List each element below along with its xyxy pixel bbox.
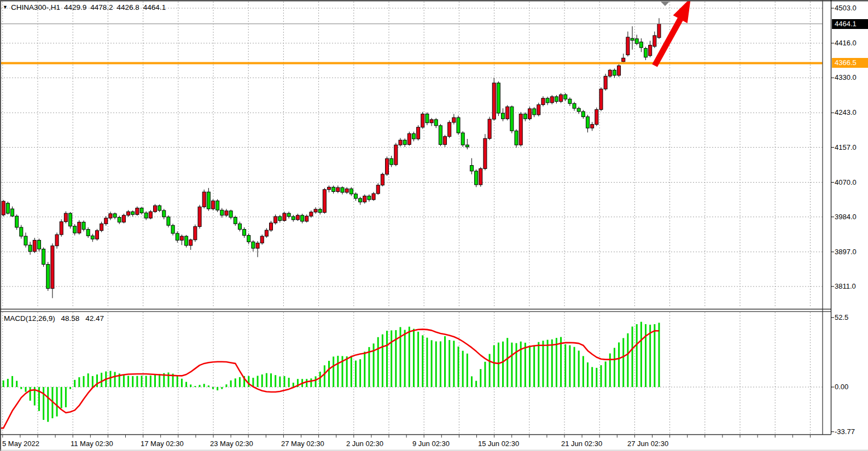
macd-histogram-bar: [484, 362, 486, 387]
candle-body: [64, 213, 67, 221]
candle-body: [122, 215, 125, 222]
price-axis-label: 4157.0: [835, 143, 857, 152]
candle-body: [595, 109, 598, 124]
symbol-dropdown-icon[interactable]: ▼: [3, 4, 8, 10]
candle-body: [515, 131, 518, 145]
macd-histogram-bar: [185, 382, 187, 387]
candle-body: [158, 206, 161, 210]
candle-body: [368, 196, 371, 200]
candle-body: [287, 213, 290, 216]
candle-body: [376, 185, 380, 194]
candle-body: [345, 189, 348, 192]
candle-body: [591, 125, 594, 128]
macd-histogram-bar: [208, 385, 209, 387]
macd-histogram-bar: [435, 341, 437, 387]
candle-body: [310, 212, 313, 216]
macd-histogram-bar: [480, 369, 481, 387]
candle-body: [225, 211, 228, 215]
macd-histogram-bar: [199, 385, 201, 387]
macd-histogram-bar: [431, 340, 433, 387]
candle-body: [332, 187, 335, 191]
open-value: 4429.9: [64, 3, 86, 11]
candle-body: [270, 223, 273, 230]
candle-body: [180, 236, 183, 240]
macd-histogram-bar: [636, 324, 638, 387]
left-border: [0, 0, 1, 451]
macd-pane[interactable]: [0, 322, 660, 428]
candle-body: [15, 216, 19, 227]
price-axis-label: 4416.0: [835, 39, 857, 48]
candle-body: [394, 145, 398, 165]
macd-histogram-bar: [239, 377, 241, 387]
candle-body: [149, 212, 152, 218]
candle-body: [82, 222, 85, 229]
macd-histogram-bar: [391, 330, 392, 387]
price-axis-label: 3811.0: [835, 282, 856, 291]
candle-body: [256, 243, 259, 249]
macd-histogram-bar: [475, 381, 477, 387]
candle-body: [560, 95, 563, 102]
macd-histogram-bar: [364, 352, 365, 387]
macd-histogram-bar: [177, 376, 178, 387]
macd-histogram-bar: [506, 338, 508, 387]
macd-histogram-bar: [3, 380, 4, 387]
candle-body: [28, 245, 32, 251]
macd-histogram-bar: [658, 323, 660, 387]
macd-histogram-bar: [43, 387, 44, 420]
candle-body: [24, 236, 27, 245]
candle-body: [372, 194, 375, 200]
candle-body: [292, 216, 295, 220]
time-axis-label: 27 Jun 02:30: [627, 440, 668, 448]
candle-body: [78, 222, 81, 233]
candle-body: [33, 240, 36, 251]
candle-body: [617, 66, 621, 75]
candle-body: [541, 98, 545, 105]
candle-body: [599, 89, 603, 110]
candle-body: [523, 114, 527, 119]
candle-body: [537, 105, 540, 115]
macd-histogram-bar: [136, 376, 138, 387]
macd-histogram-bar: [88, 373, 89, 387]
macd-histogram-bar: [654, 324, 655, 387]
close-value: 4464.1: [143, 3, 166, 11]
candle-body: [568, 99, 572, 103]
price-axis-label: 4330.0: [835, 73, 857, 82]
macd-histogram-bar: [640, 322, 642, 387]
candle-body: [118, 218, 121, 222]
candle-body: [216, 201, 219, 210]
macd-histogram-bar: [114, 372, 116, 387]
chart-canvas[interactable]: [0, 0, 868, 451]
candle-body: [546, 98, 549, 103]
macd-histogram-bar: [261, 374, 263, 387]
macd-histogram-bar: [355, 361, 357, 387]
candle-body: [386, 159, 389, 174]
macd-axis-label: 52.5: [835, 313, 848, 322]
candle-body: [586, 117, 590, 128]
candle-body: [127, 212, 130, 215]
macd-histogram-bar: [422, 335, 423, 387]
macd-histogram-bar: [293, 383, 294, 387]
candle-body: [136, 208, 139, 215]
candles-layer[interactable]: [2, 18, 661, 298]
macd-histogram-bar: [533, 346, 535, 387]
candle-body: [631, 38, 634, 40]
macd-histogram-bar: [498, 343, 499, 387]
candle-body: [564, 95, 567, 99]
candle-body: [194, 226, 197, 239]
candle-body: [635, 39, 638, 44]
macd-histogram-bar: [315, 376, 317, 387]
macd-histogram-bar: [248, 376, 249, 387]
candle-body: [314, 209, 317, 212]
macd-histogram-bar: [306, 379, 307, 387]
hline-price-badge: 4366.5: [832, 58, 868, 68]
macd-histogram-bar: [359, 359, 361, 387]
macd-histogram-bar: [489, 354, 491, 387]
candle-body: [207, 192, 210, 209]
macd-histogram-bar: [69, 387, 71, 389]
macd-histogram-bar: [7, 379, 9, 387]
candle-body: [577, 108, 580, 112]
candle-body: [341, 188, 344, 192]
chart-shift-marker-icon[interactable]: [661, 2, 669, 6]
macd-histogram-bar: [622, 338, 624, 387]
macd-histogram-bar: [471, 376, 473, 387]
